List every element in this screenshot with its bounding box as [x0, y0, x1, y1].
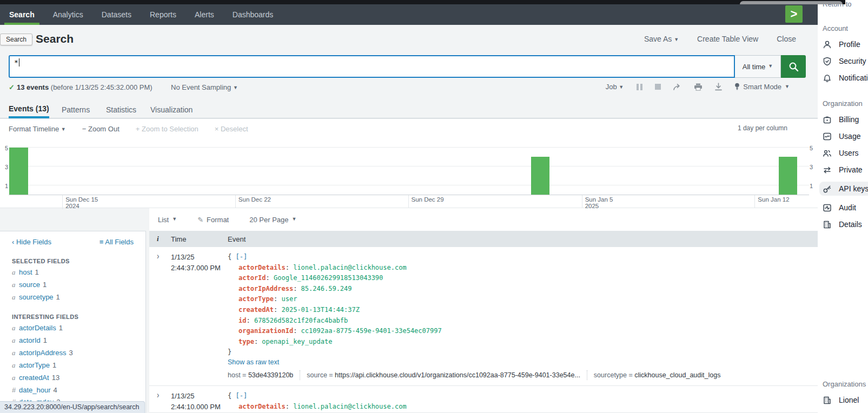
job-dropdown[interactable]: Job ▼ [606, 83, 624, 91]
field-item-host[interactable]: ahost1 [12, 268, 145, 277]
tab-patterns[interactable]: Patterns [62, 101, 90, 118]
field-item-source[interactable]: asource1 [12, 281, 145, 289]
json-field[interactable]: actorType: user [228, 294, 818, 305]
event-sampling-dropdown[interactable]: No Event Sampling ▼ [171, 83, 238, 91]
meta-field-sourcetype[interactable]: sourcetype = clickhouse_cloud_audit_logs [594, 371, 721, 379]
nav-item-dashboards[interactable]: Dashboards [223, 4, 283, 25]
tab-visualization[interactable]: Visualization [150, 101, 193, 118]
json-field[interactable]: actorIpAddress: 85.246.59.249 [228, 284, 818, 295]
field-item-actorId[interactable]: aactorId1 [12, 336, 145, 345]
y-axis-tick: 5 [810, 145, 816, 151]
pencil-icon: ✎ [197, 216, 203, 224]
nav-item-alerts[interactable]: Alerts [185, 4, 223, 25]
search-submit-button[interactable] [781, 55, 806, 78]
arrows-icon [823, 165, 832, 175]
field-type-icon: a [12, 349, 19, 357]
field-item-date_hour[interactable]: #date_hour4 [12, 386, 145, 394]
splunk-logo-icon[interactable]: > [785, 5, 803, 23]
event-meta-fields: host = 53de4339120bsource = https://api.… [228, 370, 818, 380]
gridline [9, 166, 809, 166]
nav-item-datasets[interactable]: Datasets [92, 4, 141, 25]
tab-events[interactable]: Events (13) [9, 101, 49, 118]
stop-icon[interactable] [655, 84, 661, 90]
json-field[interactable]: actorDetails: lionel.palacin@clickhouse.… [228, 402, 818, 412]
x-axis-tick-line [582, 195, 582, 209]
export-icon[interactable] [714, 83, 723, 91]
sidebar-item-audit[interactable]: Audit [823, 203, 868, 212]
search-bar: * All time▼ [9, 55, 806, 78]
print-icon[interactable] [694, 83, 703, 91]
sidebar-item-details[interactable]: Details [823, 219, 868, 229]
show-raw-text-link[interactable]: Show as raw text [228, 358, 279, 366]
share-icon[interactable] [673, 83, 682, 91]
hide-fields-button[interactable]: ‹ Hide Fields [12, 238, 51, 246]
field-item-actorIpAddress[interactable]: aactorIpAddress3 [12, 349, 145, 357]
json-field[interactable]: actorDetails: lionel.palacin@clickhouse.… [228, 263, 818, 274]
users-icon [823, 149, 832, 158]
collapse-json-link[interactable]: [-] [235, 392, 247, 399]
histogram-bar[interactable] [531, 157, 549, 195]
histogram-bar[interactable] [9, 148, 28, 195]
time-range-picker[interactable]: All time▼ [735, 55, 781, 78]
nav-item-analytics[interactable]: Analytics [44, 4, 92, 25]
y-axis-tick: 1 [2, 183, 8, 189]
chevron-down-icon: ▼ [674, 37, 679, 42]
nav-item-reports[interactable]: Reports [141, 4, 185, 25]
building-icon [823, 396, 832, 405]
json-field[interactable]: organizationId: cc1092aa-8775-459e-9401-… [228, 326, 818, 337]
sidebar-item-profile[interactable]: Profile [823, 39, 868, 49]
pause-icon[interactable] [635, 84, 643, 90]
organization-section-label: Organization [823, 99, 868, 108]
all-fields-button[interactable]: ≡ All Fields [100, 238, 134, 246]
sidebar-item-users[interactable]: Users [823, 148, 868, 158]
tab-statistics[interactable]: Statistics [106, 101, 136, 118]
field-item-actorDetails[interactable]: aactorDetails1 [12, 324, 145, 332]
chevron-down-icon: ▼ [172, 216, 177, 222]
lightbulb-icon [734, 83, 740, 91]
field-item-createdAt[interactable]: acreatedAt13 [12, 374, 145, 382]
json-field[interactable]: id: 678526d582c1f20fac4babfb [228, 316, 818, 327]
meta-field-host[interactable]: host = 53de4339120b [228, 371, 293, 379]
histogram-bar[interactable] [779, 157, 797, 195]
search-input[interactable]: * [9, 55, 735, 78]
sidebar-item-notifications[interactable]: Notifications [823, 73, 868, 83]
zoom-out-button[interactable]: − Zoom Out [82, 125, 120, 133]
field-item-sourcetype[interactable]: asourcetype1 [12, 293, 145, 302]
y-axis-tick: 1 [810, 183, 816, 189]
deselect-button[interactable]: × Deselect [215, 125, 248, 133]
create-table-view-button[interactable]: Create Table View [697, 35, 758, 43]
sidebar-item-security[interactable]: Security [823, 56, 868, 66]
expand-event-icon[interactable]: › [157, 390, 159, 401]
json-field[interactable]: actorId: Google_114602629918513043390 [228, 273, 818, 284]
chevron-down-icon: ▼ [785, 84, 790, 89]
event-row: ›1/13/252:44:10.000 PM{ [-]actorDetails:… [149, 386, 818, 413]
list-view-dropdown[interactable]: List▼ [158, 216, 177, 224]
field-item-actorType[interactable]: aactorType1 [12, 361, 145, 370]
events-histogram[interactable]: 113355 [9, 141, 809, 195]
search-mode-dropdown[interactable]: Smart Mode ▼ [734, 83, 790, 91]
expand-event-icon[interactable]: › [157, 251, 159, 262]
organizations-section-label: Organizations [823, 380, 868, 388]
collapse-json-link[interactable]: [-] [235, 253, 247, 261]
x-axis-tick-label: Sun Jan 52025 [585, 196, 613, 209]
sidebar-item-usage[interactable]: Usage [823, 131, 868, 141]
event-json: { [-]actorDetails: lionel.palacin@clickh… [228, 391, 818, 412]
sidebar-item-billing[interactable]: Billing [823, 115, 868, 124]
zoom-to-selection-button[interactable]: + Zoom to Selection [136, 125, 198, 133]
event-row: ›1/13/252:44:37.000 PM{ [-]actorDetails:… [149, 247, 818, 386]
per-page-dropdown[interactable]: 20 Per Page▼ [249, 216, 296, 224]
meta-field-source[interactable]: source = https://api.clickhouse.cloud/v1… [307, 371, 580, 379]
close-button[interactable]: Close [777, 35, 796, 43]
save-as-button[interactable]: Save As ▼ [644, 35, 679, 43]
json-field[interactable]: createdAt: 2025-01-13T14:44:37Z [228, 305, 818, 316]
format-button[interactable]: ✎Format [197, 216, 229, 224]
sidebar-item-organization-lionel[interactable]: Lionel [823, 395, 868, 405]
sidebar-item-api-keys[interactable]: API keys [819, 182, 868, 196]
format-timeline-dropdown[interactable]: Format Timeline ▼ [9, 125, 66, 133]
selected-fields-header: SELECTED FIELDS [12, 258, 145, 264]
building-icon [823, 220, 832, 229]
json-field[interactable]: type: openapi_key_update [228, 337, 818, 348]
title-row: New Search Search Save As ▼ Create Table… [0, 25, 818, 53]
sidebar-item-private[interactable]: Private [823, 165, 868, 175]
nav-item-search[interactable]: Search [0, 4, 44, 25]
